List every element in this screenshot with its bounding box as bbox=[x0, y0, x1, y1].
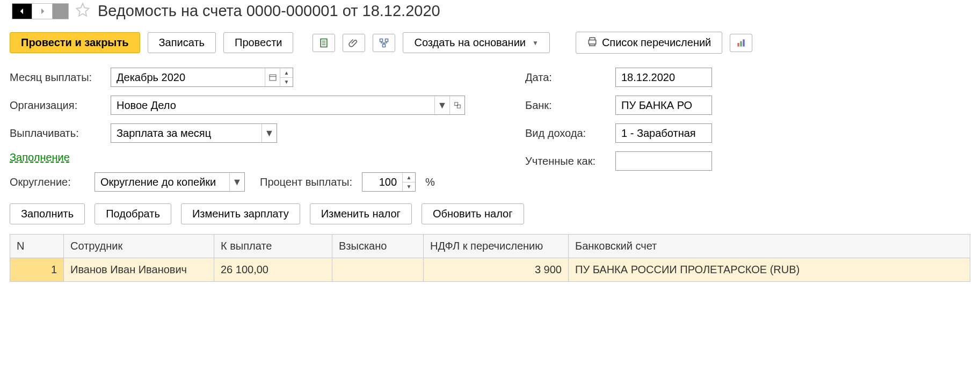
nav-buttons bbox=[12, 3, 69, 19]
accounted-input-text[interactable] bbox=[616, 152, 712, 170]
date-input-text[interactable] bbox=[616, 68, 712, 86]
svg-rect-7 bbox=[738, 43, 739, 47]
pick-button[interactable]: Подобрать bbox=[95, 203, 171, 224]
page-title: Ведомость на счета 0000-000001 от 18.12.… bbox=[98, 2, 440, 20]
nav-back-button[interactable] bbox=[12, 3, 32, 19]
titlebar: Ведомость на счета 0000-000001 от 18.12.… bbox=[10, 0, 970, 30]
pay-input[interactable]: ▼ bbox=[111, 123, 277, 143]
income-input-text[interactable] bbox=[616, 124, 712, 142]
cell-withheld bbox=[332, 258, 424, 282]
fill-button[interactable]: Заполнить bbox=[10, 203, 85, 224]
spinner-down-icon: ▼ bbox=[280, 78, 293, 87]
month-label: Месяц выплаты: bbox=[10, 71, 101, 84]
percent-label: Процент выплаты: bbox=[260, 176, 352, 188]
report-icon-button[interactable] bbox=[313, 34, 335, 52]
bank-input[interactable] bbox=[615, 96, 712, 115]
bank-label: Банк: bbox=[525, 99, 606, 112]
income-input[interactable] bbox=[615, 123, 712, 143]
col-employee: Сотрудник bbox=[64, 235, 214, 258]
bank-input-text[interactable] bbox=[616, 96, 712, 114]
percent-input-text[interactable] bbox=[362, 173, 402, 191]
dropdown-icon[interactable]: ▼ bbox=[262, 124, 277, 142]
col-to-pay: К выплате bbox=[214, 235, 332, 258]
save-button[interactable]: Записать bbox=[148, 32, 216, 53]
svg-rect-8 bbox=[741, 41, 742, 46]
cell-ndfl: 3 900 bbox=[424, 258, 569, 282]
dropdown-icon[interactable]: ▼ bbox=[229, 173, 244, 191]
round-input-text[interactable] bbox=[95, 173, 229, 191]
col-withheld: Взыскано bbox=[332, 235, 424, 258]
table-action-row: Заполнить Подобрать Изменить зарплату Из… bbox=[10, 196, 970, 231]
structure-icon-button[interactable] bbox=[373, 34, 395, 52]
nav-extra-button[interactable] bbox=[53, 3, 69, 19]
month-input-text[interactable] bbox=[111, 68, 265, 86]
change-tax-button[interactable]: Изменить налог bbox=[310, 203, 412, 224]
col-bank-acct: Банковский счет bbox=[569, 235, 970, 258]
percent-input[interactable]: ▲▼ bbox=[362, 172, 416, 192]
table-row[interactable]: 1Иванов Иван Иванович26 100,003 900ПУ БА… bbox=[10, 258, 970, 282]
printer-icon bbox=[587, 36, 598, 49]
svg-rect-10 bbox=[270, 75, 276, 81]
open-ref-icon[interactable] bbox=[449, 96, 464, 114]
org-input[interactable]: ▼ bbox=[111, 96, 465, 115]
svg-rect-9 bbox=[743, 39, 745, 46]
month-input[interactable]: ▲ ▼ bbox=[111, 68, 293, 87]
percent-spinner[interactable]: ▲▼ bbox=[402, 173, 415, 191]
attachment-icon-button[interactable] bbox=[343, 34, 365, 52]
cell-n: 1 bbox=[10, 258, 64, 282]
svg-rect-5 bbox=[386, 39, 388, 41]
chart-icon-button[interactable] bbox=[730, 34, 752, 52]
post-and-close-button[interactable]: Провести и закрыть bbox=[10, 32, 140, 53]
month-spinner[interactable]: ▲ ▼ bbox=[280, 68, 293, 86]
post-button[interactable]: Провести bbox=[223, 32, 293, 53]
command-toolbar: Провести и закрыть Записать Провести Соз… bbox=[10, 30, 970, 63]
svg-rect-4 bbox=[380, 39, 383, 41]
org-label: Организация: bbox=[10, 99, 101, 112]
accounted-input[interactable] bbox=[615, 151, 712, 171]
date-label: Дата: bbox=[525, 71, 606, 84]
date-input[interactable] bbox=[615, 68, 712, 87]
table-header-row: N Сотрудник К выплате Взыскано НДФЛ к пе… bbox=[10, 235, 970, 258]
create-based-on-button[interactable]: Создать на основании▼ bbox=[403, 32, 549, 53]
accounted-label: Учтенные как: bbox=[525, 155, 606, 167]
nav-forward-button[interactable] bbox=[32, 3, 53, 19]
transfer-list-button[interactable]: Список перечислений bbox=[576, 32, 722, 54]
spinner-up-icon: ▲ bbox=[280, 68, 293, 78]
col-n: N bbox=[10, 235, 64, 258]
update-tax-button[interactable]: Обновить налог bbox=[422, 203, 524, 224]
cell-employee: Иванов Иван Иванович bbox=[64, 258, 214, 282]
income-label: Вид дохода: bbox=[525, 127, 606, 140]
round-label: Округление: bbox=[10, 176, 85, 188]
cell-to-pay: 26 100,00 bbox=[214, 258, 332, 282]
col-ndfl: НДФЛ к перечислению bbox=[424, 235, 569, 258]
favorite-star-icon[interactable] bbox=[75, 2, 90, 20]
chevron-down-icon: ▼ bbox=[532, 39, 539, 47]
pay-label: Выплачивать: bbox=[10, 127, 101, 140]
svg-rect-6 bbox=[383, 44, 386, 47]
dropdown-icon[interactable]: ▼ bbox=[434, 96, 449, 114]
payroll-table[interactable]: N Сотрудник К выплате Взыскано НДФЛ к пе… bbox=[10, 234, 970, 282]
org-input-text[interactable] bbox=[111, 96, 434, 114]
pay-input-text[interactable] bbox=[111, 124, 262, 142]
change-salary-button[interactable]: Изменить зарплату bbox=[181, 203, 300, 224]
round-input[interactable]: ▼ bbox=[95, 172, 245, 192]
percent-suffix: % bbox=[425, 176, 435, 188]
calendar-icon[interactable] bbox=[265, 68, 280, 86]
fill-link[interactable]: Заполнение bbox=[10, 151, 70, 164]
cell-bank-acct: ПУ БАНКА РОССИИ ПРОЛЕТАРСКОЕ (RUB) bbox=[569, 258, 970, 282]
